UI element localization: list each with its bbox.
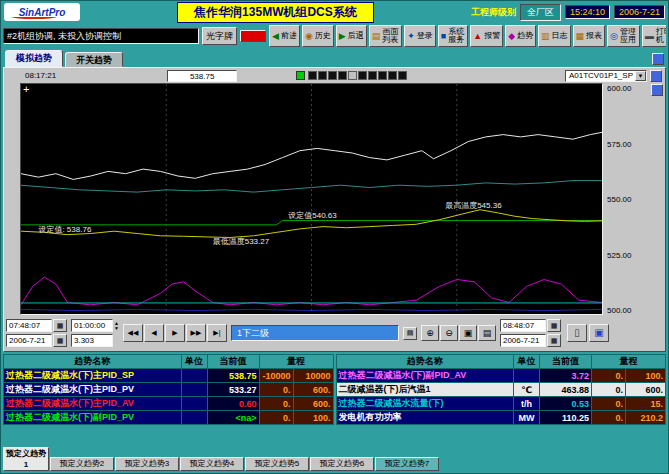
toolbar-button-label: 报警	[484, 32, 500, 40]
end-date-calendar-icon[interactable]: ▦	[547, 334, 561, 347]
signal-selector[interactable]: A01TCV01P1_SP ▼	[565, 70, 647, 82]
header-unit: 单位	[181, 355, 207, 369]
trend-list-button[interactable]: ▤	[403, 327, 417, 340]
toolbar-button-label: 后退	[348, 32, 364, 40]
pen-indicator-6[interactable]	[358, 71, 367, 80]
trend-row[interactable]: 过热器二级减温水(下)主PID_AV0.600.600.	[4, 397, 334, 411]
pen-indicator-7[interactable]	[368, 71, 377, 80]
go-to-end-button[interactable]: ▶|	[207, 324, 227, 342]
annunciator-button[interactable]: 光字牌	[202, 27, 237, 45]
print-trend-button[interactable]: ▤	[478, 325, 496, 341]
zoom-out-button[interactable]: ⊖	[440, 325, 458, 341]
date: 2006-7-21	[614, 5, 665, 19]
predefined-trend-tab-2[interactable]: 预定义趋势2	[50, 457, 114, 471]
trend-row[interactable]: 过热器二级减温水流量(下)t/h0.530.15.	[336, 397, 666, 411]
pen-indicator-1[interactable]	[308, 71, 317, 80]
cell-hi: 600.	[293, 383, 333, 397]
toolbar-button-forward[interactable]: ▶后退	[336, 25, 367, 47]
area-selector[interactable]: 全厂区	[520, 4, 561, 21]
predefined-trend-tab-6[interactable]: 预定义趋势6	[310, 457, 374, 471]
cell-unit: ℃	[514, 383, 540, 397]
toolbar-button-label: 登录	[417, 32, 433, 40]
toolbar-button-history[interactable]: ◉历史	[302, 25, 334, 47]
header-range: 量程	[592, 355, 666, 369]
alarm-indicator[interactable]	[240, 30, 266, 42]
toolbar-button-alarm-bell[interactable]: ▲报警	[470, 25, 503, 47]
trend-table-right: 趋势名称 单位 当前值 量程 过热器二级减温水(下)副PID_AV3.720.1…	[336, 354, 667, 425]
end-time-group: 08:48:07 ▦ 2006-7-21 ▦	[500, 319, 561, 347]
start-date-field[interactable]: 2006-7-21	[6, 334, 52, 347]
end-time-calendar-icon[interactable]: ▦	[547, 319, 561, 332]
pen-indicator-8[interactable]	[378, 71, 387, 80]
rewind-button[interactable]: ◀◀	[123, 324, 143, 342]
trend-row[interactable]: 过热器二级减温水(下)主PID_SP538.75-1000010000	[4, 369, 334, 383]
start-time-field[interactable]: 07:48:07	[6, 319, 52, 332]
selected-trend-field[interactable]: 1下二级	[231, 325, 399, 341]
span-value-field[interactable]: 3.303	[71, 334, 113, 347]
predefined-trend-tab-7[interactable]: 预定义趋势7	[375, 457, 439, 471]
fast-forward-button[interactable]: ▶▶	[186, 324, 206, 342]
zoom-tools: ⊕⊖▣▤	[421, 325, 496, 341]
tab-analog-trend[interactable]: 模拟趋势	[5, 50, 63, 67]
new-page-button[interactable]: ▯	[567, 324, 587, 342]
admin-apps-icon: ◎	[610, 32, 618, 41]
pen-indicator-10[interactable]	[398, 71, 407, 80]
start-time-calendar-icon[interactable]: ▦	[53, 319, 67, 332]
trend-plot[interactable]: 设定值: 538.76最低温度533.27设定值540.63最高温度545.36…	[20, 83, 603, 315]
toolbar-button-screen-list[interactable]: ▤画面列表	[369, 25, 403, 47]
end-date-field[interactable]: 2006-7-21	[500, 334, 546, 347]
predefined-trend-tab-1[interactable]: 预定义趋势1	[3, 447, 49, 471]
duration-spinner[interactable]: ▲ ▼	[114, 321, 119, 331]
toolbar-button-login[interactable]: ✦登录	[404, 25, 436, 47]
duration-field[interactable]: 01:00:00	[71, 319, 113, 332]
pen-indicator-2[interactable]	[318, 71, 327, 80]
toolbar-button-admin-apps[interactable]: ◎管理应用	[607, 25, 640, 47]
predefined-trend-tab-4[interactable]: 预定义趋势4	[180, 457, 244, 471]
trend-row[interactable]: 过热器二级减温水(下)副PID_PV<na>0.100.	[4, 411, 334, 425]
pen-indicator-4[interactable]	[338, 71, 347, 80]
step-back-button[interactable]: ◀	[144, 324, 164, 342]
toolbar-button-log[interactable]: ▥日志	[538, 25, 571, 47]
trend-row[interactable]: 二级减温器(下)后汽温1℃463.880.600.	[336, 383, 666, 397]
back-icon: ◀	[272, 32, 279, 41]
predefined-trend-tabs: 预定义趋势1预定义趋势2预定义趋势3预定义趋势4预定义趋势5预定义趋势6预定义趋…	[1, 427, 668, 473]
toolbar-button-system-service[interactable]: ■系统服务	[438, 25, 468, 47]
predefined-trend-tab-5[interactable]: 预定义趋势5	[245, 457, 309, 471]
toolbar-button-printer[interactable]: ▬打印机	[642, 25, 666, 47]
end-time-field[interactable]: 08:48:07	[500, 319, 546, 332]
axis-config-button[interactable]	[651, 84, 663, 96]
toolbar-button-report[interactable]: ▦报表	[573, 25, 606, 47]
unit-status-message: #2机组协调, 未投入协调控制	[3, 28, 199, 44]
cell-unit	[181, 369, 207, 383]
toolbar-button-label: 历史	[315, 32, 331, 40]
save-button[interactable]: ▣	[589, 324, 609, 342]
cell-lo: 0.	[259, 397, 293, 411]
chevron-down-icon[interactable]: ▼	[635, 71, 646, 81]
tab-switch-trend[interactable]: 开关趋势	[65, 52, 123, 67]
trend-row[interactable]: 过热器二级减温水(下)主PID_PV533.270.600.	[4, 383, 334, 397]
window-config-button[interactable]	[652, 53, 664, 65]
predefined-trend-tab-3[interactable]: 预定义趋势3	[115, 457, 179, 471]
zoom-in-button[interactable]: ⊕	[421, 325, 439, 341]
cell-value: 110.25	[540, 411, 592, 425]
signal-name: A01TCV01P1_SP	[569, 71, 633, 80]
cell-name: 过热器二级减温水(下)主PID_PV	[4, 383, 182, 397]
pen-indicator-5[interactable]	[348, 71, 357, 80]
save-image-button[interactable]: ▣	[459, 325, 477, 341]
log-icon: ▥	[541, 32, 550, 41]
trend-row[interactable]: 发电机有功功率MW110.250.210.2	[336, 411, 666, 425]
play-button[interactable]: ▶	[165, 324, 185, 342]
pen-indicator-3[interactable]	[328, 71, 337, 80]
chart-right-strip	[649, 83, 665, 315]
toolbar-button-back[interactable]: ◀前进	[269, 25, 300, 47]
trend-row[interactable]: 过热器二级减温水(下)副PID_AV3.720.100.	[336, 369, 666, 383]
cell-name: 过热器二级减温水(下)主PID_SP	[4, 369, 182, 383]
chart-config-button[interactable]	[650, 70, 662, 82]
chart-left-strip	[4, 83, 20, 315]
toolbar-button-trend[interactable]: ◆趋势	[505, 25, 536, 47]
spinner-down-icon[interactable]: ▼	[114, 326, 119, 331]
pen-indicator-9[interactable]	[388, 71, 397, 80]
app-logo: SinArtPro	[4, 3, 80, 21]
start-date-calendar-icon[interactable]: ▦	[53, 334, 67, 347]
cell-value: 0.60	[207, 397, 259, 411]
